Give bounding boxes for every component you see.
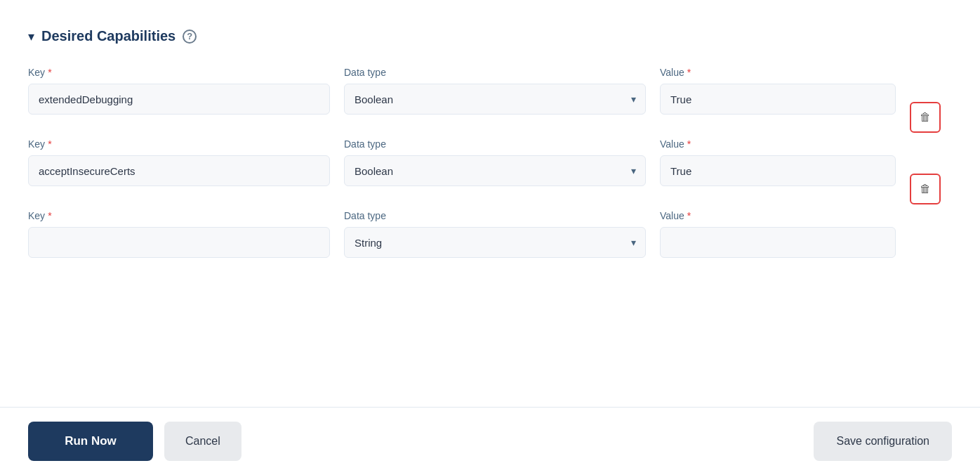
data-type-label-3: Data type bbox=[344, 210, 646, 221]
footer-bar: Run Now Cancel Save configuration bbox=[0, 407, 980, 475]
key-input-2[interactable] bbox=[28, 155, 330, 186]
data-type-label-2: Data type bbox=[344, 138, 646, 150]
data-type-select-3[interactable]: Boolean String Integer Float Object Arra… bbox=[344, 227, 646, 258]
table-row: Boolean String Integer Float Object Arra… bbox=[28, 84, 952, 133]
data-type-select-1[interactable]: Boolean String Integer Float Object Arra… bbox=[344, 84, 646, 115]
data-type-select-wrapper-3: Boolean String Integer Float Object Arra… bbox=[344, 227, 646, 258]
delete-button-1[interactable]: 🗑 bbox=[910, 102, 941, 133]
value-input-1[interactable] bbox=[660, 84, 896, 115]
capability-row-labels-1: Key* Data type Value* bbox=[28, 67, 952, 84]
delete-button-2[interactable]: 🗑 bbox=[910, 174, 941, 204]
table-row: Boolean String Integer Float Object Arra… bbox=[28, 155, 952, 204]
key-input-1[interactable] bbox=[28, 84, 330, 115]
trash-icon-2: 🗑 bbox=[920, 183, 931, 195]
value-label-3: Value* bbox=[660, 210, 896, 221]
key-label-3: Key* bbox=[28, 210, 330, 221]
capabilities-grid: Key* Data type Value* Boolean String Int… bbox=[28, 67, 952, 282]
data-type-label-1: Data type bbox=[344, 67, 646, 78]
main-content: ▾ Desired Capabilities ? Key* Data type … bbox=[0, 0, 980, 407]
trash-icon-1: 🗑 bbox=[920, 111, 931, 124]
key-input-3[interactable] bbox=[28, 227, 330, 258]
save-configuration-button[interactable]: Save configuration bbox=[814, 422, 952, 461]
section-header: ▾ Desired Capabilities ? bbox=[28, 28, 952, 44]
capability-row-labels-2: Key* Data type Value* bbox=[28, 138, 952, 155]
data-type-select-2[interactable]: Boolean String Integer Float Object Arra… bbox=[344, 155, 646, 186]
value-label-2: Value* bbox=[660, 138, 896, 150]
run-now-button[interactable]: Run Now bbox=[28, 422, 153, 461]
data-type-select-wrapper-1: Boolean String Integer Float Object Arra… bbox=[344, 84, 646, 115]
key-label-2: Key* bbox=[28, 138, 330, 150]
value-input-2[interactable] bbox=[660, 155, 896, 186]
help-icon[interactable]: ? bbox=[183, 30, 197, 44]
value-input-3[interactable] bbox=[660, 227, 896, 258]
value-label-1: Value* bbox=[660, 67, 896, 78]
table-row: Boolean String Integer Float Object Arra… bbox=[28, 227, 952, 276]
collapse-chevron-icon[interactable]: ▾ bbox=[28, 29, 34, 44]
section-title: Desired Capabilities bbox=[41, 28, 176, 44]
key-label-1: Key* bbox=[28, 67, 330, 78]
capability-row-labels-3: Key* Data type Value* bbox=[28, 210, 952, 227]
data-type-select-wrapper-2: Boolean String Integer Float Object Arra… bbox=[344, 155, 646, 186]
cancel-button[interactable]: Cancel bbox=[164, 422, 241, 461]
